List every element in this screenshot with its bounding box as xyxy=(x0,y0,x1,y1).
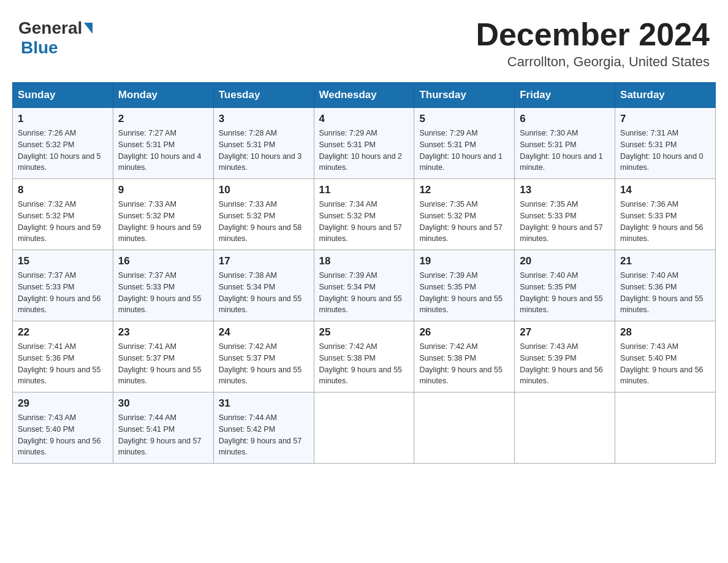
calendar-week-row: 1Sunrise: 7:26 AMSunset: 5:32 PMDaylight… xyxy=(13,108,716,179)
calendar-day-cell: 22Sunrise: 7:41 AMSunset: 5:36 PMDayligh… xyxy=(13,321,113,393)
calendar-day-cell: 4Sunrise: 7:29 AMSunset: 5:31 PMDaylight… xyxy=(314,108,414,179)
calendar-day-cell: 17Sunrise: 7:38 AMSunset: 5:34 PMDayligh… xyxy=(213,250,314,321)
calendar-day-cell: 25Sunrise: 7:42 AMSunset: 5:38 PMDayligh… xyxy=(314,321,414,393)
day-number: 3 xyxy=(219,113,309,125)
day-info: Sunrise: 7:44 AMSunset: 5:42 PMDaylight:… xyxy=(219,412,309,458)
day-info: Sunrise: 7:43 AMSunset: 5:40 PMDaylight:… xyxy=(18,412,108,458)
calendar-day-cell: 21Sunrise: 7:40 AMSunset: 5:36 PMDayligh… xyxy=(615,250,716,321)
calendar-day-cell: 14Sunrise: 7:36 AMSunset: 5:33 PMDayligh… xyxy=(615,179,716,250)
day-info: Sunrise: 7:35 AMSunset: 5:33 PMDaylight:… xyxy=(520,199,610,245)
day-info: Sunrise: 7:28 AMSunset: 5:31 PMDaylight:… xyxy=(219,128,309,174)
calendar-week-row: 15Sunrise: 7:37 AMSunset: 5:33 PMDayligh… xyxy=(13,250,716,321)
page-header: General Blue December 2024 Carrollton, G… xyxy=(12,12,716,70)
day-number: 16 xyxy=(118,255,208,267)
calendar-day-cell: 7Sunrise: 7:31 AMSunset: 5:31 PMDaylight… xyxy=(615,108,716,179)
calendar-day-cell: 29Sunrise: 7:43 AMSunset: 5:40 PMDayligh… xyxy=(13,393,113,464)
day-number: 24 xyxy=(219,326,309,339)
day-info: Sunrise: 7:30 AMSunset: 5:31 PMDaylight:… xyxy=(520,128,610,174)
calendar-day-cell: 24Sunrise: 7:42 AMSunset: 5:37 PMDayligh… xyxy=(213,321,314,393)
calendar-week-row: 8Sunrise: 7:32 AMSunset: 5:32 PMDaylight… xyxy=(13,179,716,250)
calendar-day-cell xyxy=(515,393,615,464)
calendar-week-row: 22Sunrise: 7:41 AMSunset: 5:36 PMDayligh… xyxy=(13,321,716,393)
day-info: Sunrise: 7:42 AMSunset: 5:38 PMDaylight:… xyxy=(419,341,509,387)
day-number: 20 xyxy=(520,255,610,267)
day-info: Sunrise: 7:29 AMSunset: 5:31 PMDaylight:… xyxy=(419,128,509,174)
calendar-day-cell: 12Sunrise: 7:35 AMSunset: 5:32 PMDayligh… xyxy=(414,179,515,250)
day-info: Sunrise: 7:43 AMSunset: 5:39 PMDaylight:… xyxy=(520,341,610,387)
day-number: 9 xyxy=(118,184,208,196)
day-info: Sunrise: 7:39 AMSunset: 5:34 PMDaylight:… xyxy=(319,270,409,316)
day-info: Sunrise: 7:40 AMSunset: 5:35 PMDaylight:… xyxy=(520,270,610,316)
day-number: 22 xyxy=(18,326,108,339)
calendar-day-cell: 8Sunrise: 7:32 AMSunset: 5:32 PMDaylight… xyxy=(13,179,113,250)
day-of-week-header: Sunday xyxy=(13,83,113,108)
day-number: 31 xyxy=(219,397,309,410)
day-number: 23 xyxy=(118,326,208,339)
calendar-day-cell: 28Sunrise: 7:43 AMSunset: 5:40 PMDayligh… xyxy=(615,321,716,393)
day-number: 29 xyxy=(18,397,108,410)
day-number: 12 xyxy=(419,184,509,196)
day-number: 2 xyxy=(118,113,208,125)
day-info: Sunrise: 7:41 AMSunset: 5:37 PMDaylight:… xyxy=(118,341,208,387)
day-number: 1 xyxy=(18,113,108,125)
day-number: 15 xyxy=(18,255,108,267)
day-number: 27 xyxy=(520,326,610,339)
day-info: Sunrise: 7:39 AMSunset: 5:35 PMDaylight:… xyxy=(419,270,509,316)
calendar-day-cell: 13Sunrise: 7:35 AMSunset: 5:33 PMDayligh… xyxy=(515,179,615,250)
calendar-day-cell: 11Sunrise: 7:34 AMSunset: 5:32 PMDayligh… xyxy=(314,179,414,250)
calendar-day-cell: 20Sunrise: 7:40 AMSunset: 5:35 PMDayligh… xyxy=(515,250,615,321)
calendar-day-cell: 9Sunrise: 7:33 AMSunset: 5:32 PMDaylight… xyxy=(113,179,213,250)
logo-blue-text: Blue xyxy=(21,38,58,57)
calendar-day-cell xyxy=(414,393,515,464)
calendar-day-cell: 18Sunrise: 7:39 AMSunset: 5:34 PMDayligh… xyxy=(314,250,414,321)
day-info: Sunrise: 7:33 AMSunset: 5:32 PMDaylight:… xyxy=(219,199,309,245)
day-info: Sunrise: 7:37 AMSunset: 5:33 PMDaylight:… xyxy=(18,270,108,316)
day-number: 18 xyxy=(319,255,409,267)
calendar-day-cell: 2Sunrise: 7:27 AMSunset: 5:31 PMDaylight… xyxy=(113,108,213,179)
day-number: 28 xyxy=(620,326,710,339)
day-info: Sunrise: 7:26 AMSunset: 5:32 PMDaylight:… xyxy=(18,128,108,174)
day-number: 21 xyxy=(620,255,710,267)
day-number: 8 xyxy=(18,184,108,196)
day-info: Sunrise: 7:33 AMSunset: 5:32 PMDaylight:… xyxy=(118,199,208,245)
location-subtitle: Carrollton, Georgia, United States xyxy=(476,54,710,70)
day-info: Sunrise: 7:41 AMSunset: 5:36 PMDaylight:… xyxy=(18,341,108,387)
month-title: December 2024 xyxy=(476,18,710,50)
calendar-day-cell xyxy=(314,393,414,464)
logo-triangle-icon xyxy=(84,23,93,34)
calendar-table: SundayMondayTuesdayWednesdayThursdayFrid… xyxy=(12,82,716,464)
day-info: Sunrise: 7:29 AMSunset: 5:31 PMDaylight:… xyxy=(319,128,409,174)
day-info: Sunrise: 7:44 AMSunset: 5:41 PMDaylight:… xyxy=(118,412,208,458)
day-info: Sunrise: 7:43 AMSunset: 5:40 PMDaylight:… xyxy=(620,341,710,387)
calendar-day-cell: 10Sunrise: 7:33 AMSunset: 5:32 PMDayligh… xyxy=(213,179,314,250)
calendar-day-cell: 5Sunrise: 7:29 AMSunset: 5:31 PMDaylight… xyxy=(414,108,515,179)
day-of-week-header: Wednesday xyxy=(314,83,414,108)
day-of-week-header: Tuesday xyxy=(213,83,314,108)
calendar-day-cell: 6Sunrise: 7:30 AMSunset: 5:31 PMDaylight… xyxy=(515,108,615,179)
day-of-week-header: Monday xyxy=(113,83,213,108)
calendar-week-row: 29Sunrise: 7:43 AMSunset: 5:40 PMDayligh… xyxy=(13,393,716,464)
day-of-week-header: Thursday xyxy=(414,83,515,108)
day-info: Sunrise: 7:35 AMSunset: 5:32 PMDaylight:… xyxy=(419,199,509,245)
calendar-day-cell xyxy=(615,393,716,464)
title-block: December 2024 Carrollton, Georgia, Unite… xyxy=(476,18,710,70)
calendar-day-cell: 16Sunrise: 7:37 AMSunset: 5:33 PMDayligh… xyxy=(113,250,213,321)
calendar-day-cell: 30Sunrise: 7:44 AMSunset: 5:41 PMDayligh… xyxy=(113,393,213,464)
logo-general-text: General xyxy=(18,18,82,38)
calendar-day-cell: 15Sunrise: 7:37 AMSunset: 5:33 PMDayligh… xyxy=(13,250,113,321)
day-of-week-header: Saturday xyxy=(615,83,716,108)
day-number: 14 xyxy=(620,184,710,196)
day-number: 26 xyxy=(419,326,509,339)
calendar-day-cell: 23Sunrise: 7:41 AMSunset: 5:37 PMDayligh… xyxy=(113,321,213,393)
calendar-day-cell: 1Sunrise: 7:26 AMSunset: 5:32 PMDaylight… xyxy=(13,108,113,179)
day-info: Sunrise: 7:42 AMSunset: 5:37 PMDaylight:… xyxy=(219,341,309,387)
day-number: 5 xyxy=(419,113,509,125)
day-of-week-header: Friday xyxy=(515,83,615,108)
day-info: Sunrise: 7:31 AMSunset: 5:31 PMDaylight:… xyxy=(620,128,710,174)
day-number: 10 xyxy=(219,184,309,196)
day-info: Sunrise: 7:34 AMSunset: 5:32 PMDaylight:… xyxy=(319,199,409,245)
day-info: Sunrise: 7:27 AMSunset: 5:31 PMDaylight:… xyxy=(118,128,208,174)
day-info: Sunrise: 7:38 AMSunset: 5:34 PMDaylight:… xyxy=(219,270,309,316)
day-number: 13 xyxy=(520,184,610,196)
day-info: Sunrise: 7:42 AMSunset: 5:38 PMDaylight:… xyxy=(319,341,409,387)
